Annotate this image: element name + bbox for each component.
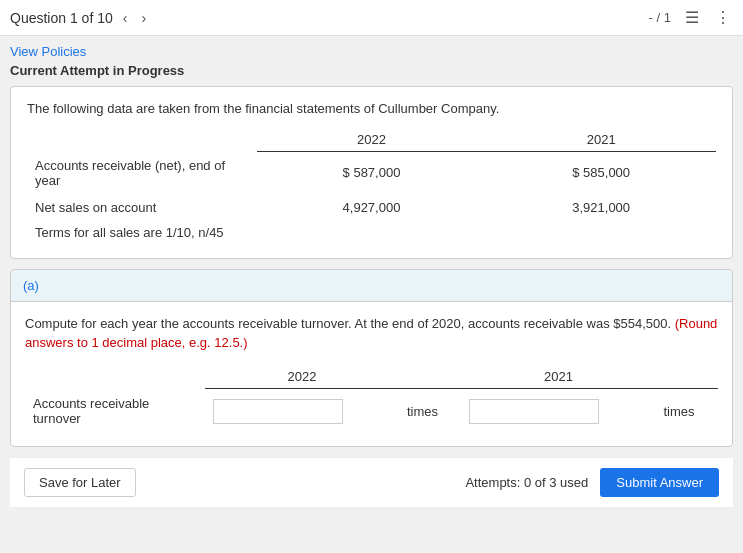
terms-text: Terms for all sales are 1/10, n/45	[27, 221, 716, 244]
times-label-2021: times	[655, 388, 718, 434]
instruction-text: Compute for each year the accounts recei…	[25, 314, 718, 353]
question-text: The following data are taken from the fi…	[27, 101, 716, 116]
answer-empty-header	[25, 365, 205, 389]
row-val-2022-ns: 4,927,000	[257, 194, 487, 221]
terms-row: Terms for all sales are 1/10, n/45	[27, 221, 716, 244]
section-a-box: (a) Compute for each year the accounts r…	[10, 269, 733, 448]
row-label-ar: Accounts receivable (net), end of year	[27, 152, 257, 194]
row-val-2022-ar: $ 587,000	[257, 152, 487, 194]
answer-header-2021: 2021	[461, 365, 655, 389]
answer-header-spacer2	[655, 365, 718, 389]
prev-button[interactable]: ‹	[119, 8, 132, 28]
data-table: 2022 2021 Accounts receivable (net), end…	[27, 128, 716, 244]
next-button[interactable]: ›	[137, 8, 150, 28]
current-attempt-label: Current Attempt in Progress	[10, 63, 733, 78]
list-icon-button[interactable]: ☰	[683, 6, 701, 29]
answer-row: Accounts receivable turnover times times	[25, 388, 718, 434]
attempts-text: Attempts: 0 of 3 used	[465, 475, 588, 490]
more-icon-button[interactable]: ⋮	[713, 6, 733, 29]
answer-header-spacer	[399, 365, 462, 389]
row-val-2021-ar: $ 585,000	[486, 152, 716, 194]
section-a-header: (a)	[11, 270, 732, 302]
bottom-bar: Save for Later Attempts: 0 of 3 used Sub…	[10, 457, 733, 507]
header-2021: 2021	[486, 128, 716, 152]
top-bar-left: Question 1 of 10 ‹ ›	[10, 8, 150, 28]
view-policies-link[interactable]: View Policies	[10, 44, 733, 59]
input-2022-cell	[205, 388, 399, 434]
row-label-ns: Net sales on account	[27, 194, 257, 221]
times-label-2022: times	[399, 388, 462, 434]
submit-answer-button[interactable]: Submit Answer	[600, 468, 719, 497]
question-label: Question 1 of 10	[10, 10, 113, 26]
main-content: View Policies Current Attempt in Progres…	[0, 36, 743, 515]
input-2022[interactable]	[213, 399, 343, 424]
save-for-later-button[interactable]: Save for Later	[24, 468, 136, 497]
page-info: - / 1	[649, 10, 671, 25]
table-row: Accounts receivable (net), end of year $…	[27, 152, 716, 194]
row-val-2021-ns: 3,921,000	[486, 194, 716, 221]
answer-row-label: Accounts receivable turnover	[25, 388, 205, 434]
bottom-right: Attempts: 0 of 3 used Submit Answer	[465, 468, 719, 497]
header-2022: 2022	[257, 128, 487, 152]
answer-header-2022: 2022	[205, 365, 399, 389]
empty-header	[27, 128, 257, 152]
input-2021[interactable]	[469, 399, 599, 424]
input-2021-cell	[461, 388, 655, 434]
answer-table: 2022 2021 Accounts receivable turnover t…	[25, 365, 718, 435]
table-row: Net sales on account 4,927,000 3,921,000	[27, 194, 716, 221]
section-a-label: (a)	[23, 278, 39, 293]
instruction-black: Compute for each year the accounts recei…	[25, 316, 671, 331]
section-a-body: Compute for each year the accounts recei…	[11, 302, 732, 447]
top-bar: Question 1 of 10 ‹ › - / 1 ☰ ⋮	[0, 0, 743, 36]
question-box: The following data are taken from the fi…	[10, 86, 733, 259]
top-bar-right: - / 1 ☰ ⋮	[649, 6, 733, 29]
